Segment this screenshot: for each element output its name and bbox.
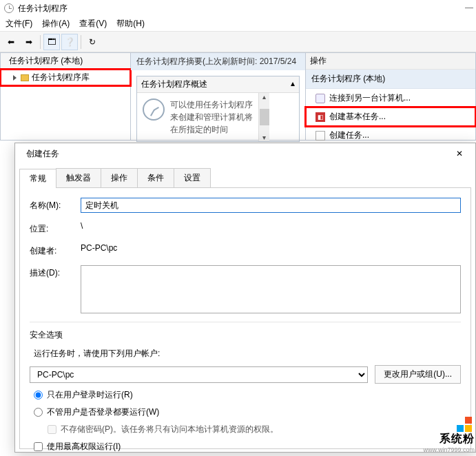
chevron-right-icon xyxy=(13,75,17,81)
tab-panel-general: 名称(M): 位置: \ 创建者: PC-PC\pc 描述(D): 安全选项 运… xyxy=(19,187,471,449)
radio-run-logged-in[interactable] xyxy=(34,391,43,400)
summary-bar: 任务计划程序摘要(上次刷新时间: 2017/5/24 xyxy=(131,53,305,70)
window-title: 任务计划程序 xyxy=(18,3,68,14)
radio-run-always[interactable] xyxy=(34,408,43,417)
tree-item-library[interactable]: 任务计划程序库 xyxy=(1,70,130,85)
tab-strip: 常规 触发器 操作 条件 设置 xyxy=(19,168,471,187)
toolbar: ⬅ ➡ 🗔 ❔ ↻ xyxy=(0,32,476,52)
change-user-button[interactable]: 更改用户或组(U)... xyxy=(375,365,461,384)
action-create-task[interactable]: 创建任务... xyxy=(306,126,475,145)
checkbox-highest-priv[interactable] xyxy=(34,442,43,451)
scroll-up-icon[interactable]: ▴ xyxy=(262,93,266,101)
scroll-down-icon[interactable]: ▾ xyxy=(262,134,266,141)
watermark: 系统粉 www.win7999.com xyxy=(423,417,475,453)
tab-triggers[interactable]: 触发器 xyxy=(56,168,101,187)
close-icon[interactable]: — xyxy=(465,3,473,12)
action-create-basic-task[interactable]: ◧ 创建基本任务... xyxy=(306,107,475,126)
tab-settings[interactable]: 设置 xyxy=(174,168,211,187)
scroll-thumb[interactable] xyxy=(260,109,269,125)
refresh-button[interactable]: ↻ xyxy=(84,34,101,50)
folder-icon xyxy=(21,74,29,81)
checkbox-no-password-label: 不存储密码(P)。该任务将只有访问本地计算机资源的权限。 xyxy=(61,424,278,435)
location-value: \ xyxy=(81,221,83,231)
dialog-title: 创建任务 xyxy=(26,148,59,160)
author-value: PC-PC\pc xyxy=(81,243,117,253)
name-label: 名称(M): xyxy=(30,198,71,211)
scrollbar[interactable]: ▴ ▾ xyxy=(258,93,269,141)
dialog-close-button[interactable]: ✕ xyxy=(451,147,468,160)
menu-help[interactable]: 帮助(H) xyxy=(116,18,145,30)
tree-root[interactable]: 任务计划程序 (本地) xyxy=(1,53,130,70)
windows-logo-icon xyxy=(457,417,472,432)
description-input[interactable] xyxy=(81,265,461,313)
menu-view[interactable]: 查看(V) xyxy=(79,18,107,30)
actions-section: 任务计划程序 (本地) xyxy=(306,70,475,89)
help-button[interactable]: ❔ xyxy=(61,34,78,50)
clock-icon xyxy=(4,3,14,13)
back-button[interactable]: ⬅ xyxy=(3,34,19,50)
actions-pane: 操作 任务计划程序 (本地) 连接到另一台计算机... ◧ 创建基本任务... … xyxy=(305,52,476,141)
watermark-brand: 系统粉 xyxy=(423,432,475,446)
name-input[interactable] xyxy=(81,198,461,213)
summary-text: 可以使用任务计划程序来创建和管理计算机将在所指定的时间 xyxy=(170,99,253,136)
location-label: 位置: xyxy=(30,221,71,235)
tree-item-label: 任务计划程序库 xyxy=(32,72,90,83)
checkbox-highest-priv-label: 使用最高权限运行(I) xyxy=(47,441,121,453)
summary-box-header: 任务计划程序概述 ▴ xyxy=(137,76,299,93)
menubar: 文件(F) 操作(A) 查看(V) 帮助(H) xyxy=(0,17,476,32)
summary-box: 任务计划程序概述 ▴ 可以使用任务计划程序来创建和管理计算机将在所指定的时间 ▴… xyxy=(136,76,300,142)
menu-action[interactable]: 操作(A) xyxy=(42,18,70,30)
window-titlebar: 任务计划程序 — xyxy=(0,0,476,17)
security-hint: 运行任务时，请使用下列用户帐户: xyxy=(34,348,461,360)
new-task-icon: ◧ xyxy=(315,112,325,122)
watermark-url: www.win7999.com xyxy=(423,446,475,453)
tab-general[interactable]: 常规 xyxy=(19,169,56,188)
clock-icon-large xyxy=(143,99,165,121)
author-label: 创建者: xyxy=(30,243,71,257)
tab-conditions[interactable]: 条件 xyxy=(137,168,174,187)
task-icon xyxy=(315,131,325,141)
view-button[interactable]: 🗔 xyxy=(43,34,60,50)
actions-header: 操作 xyxy=(306,53,475,70)
radio-run-always-label: 不管用户是否登录都要运行(W) xyxy=(47,406,159,418)
forward-button[interactable]: ➡ xyxy=(21,34,37,50)
radio-run-logged-in-label: 只在用户登录时运行(R) xyxy=(47,389,133,401)
create-task-dialog: 创建任务 ✕ 常规 触发器 操作 条件 设置 名称(M): 位置: \ 创建者:… xyxy=(14,143,476,453)
security-header: 安全选项 xyxy=(30,329,461,341)
action-connect[interactable]: 连接到另一台计算机... xyxy=(306,89,475,107)
menu-file[interactable]: 文件(F) xyxy=(6,18,32,30)
collapse-icon[interactable]: ▴ xyxy=(291,79,295,90)
tree-root-label: 任务计划程序 (本地) xyxy=(9,55,83,67)
account-select[interactable]: PC-PC\pc xyxy=(30,366,368,383)
description-label: 描述(D): xyxy=(30,265,71,279)
summary-pane: 任务计划程序摘要(上次刷新时间: 2017/5/24 任务计划程序概述 ▴ 可以… xyxy=(131,52,305,141)
tree-pane: 任务计划程序 (本地) 任务计划程序库 xyxy=(0,52,131,141)
checkbox-no-password xyxy=(48,425,56,434)
dialog-titlebar: 创建任务 ✕ xyxy=(15,143,475,164)
computer-icon xyxy=(315,94,325,103)
tab-actions[interactable]: 操作 xyxy=(101,168,138,187)
